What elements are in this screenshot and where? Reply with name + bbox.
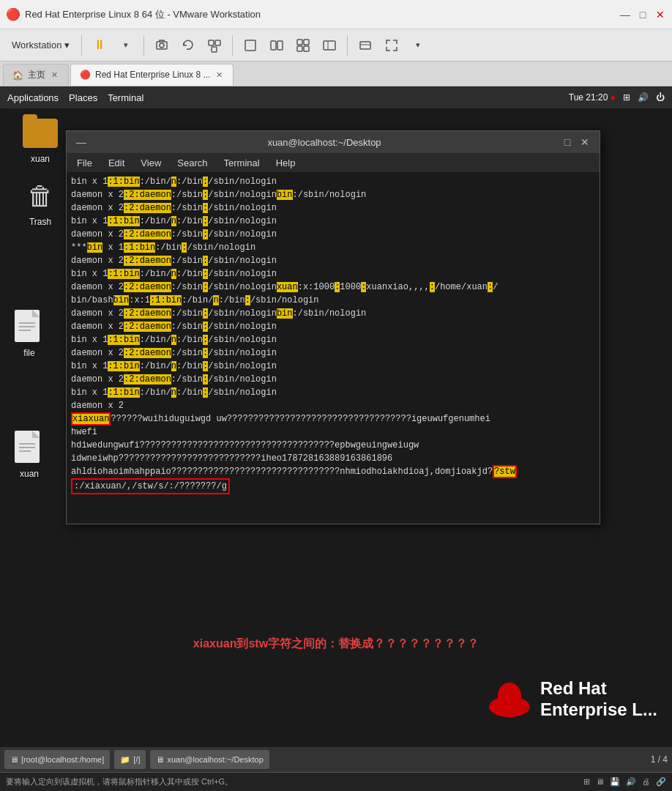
trash-label: Trash: [29, 217, 51, 227]
workstation-menu-button[interactable]: Workstation ▾: [6, 33, 75, 58]
toolbar-separator-4: [347, 35, 348, 56]
terminal-line-4: bin x 1:1:bin:/bin/n:/bin:/sbin/nologin: [71, 215, 595, 228]
fit-dropdown-button[interactable]: ▾: [406, 34, 430, 57]
redhat-logo-text: Red Hat Enterprise L...: [540, 678, 657, 721]
terminal-line-6: ***bin x 1:1:bin:/bin:/sbin/nologin: [71, 241, 595, 254]
terminal-menu-file[interactable]: File: [70, 156, 100, 170]
window-controls: — □ ✕: [619, 9, 666, 21]
terminal-close-button[interactable]: ✕: [576, 133, 594, 151]
gnome-applications-menu[interactable]: Applications: [7, 92, 59, 103]
terminal-line-16: daemon x 2:2:daemon:/sbin:/sbin/nologin: [71, 373, 595, 386]
terminal-line-hwefi: hwefi: [71, 426, 595, 439]
revert-button[interactable]: [176, 34, 200, 57]
svg-rect-7: [277, 41, 283, 50]
vmware-logo-icon: 🔴: [6, 7, 20, 21]
view-button-3[interactable]: [291, 34, 315, 57]
question-text: xiaxuan到stw字符之间的：替换成？？？？？？？？？: [0, 636, 672, 652]
home-tab-label: 主页: [28, 69, 45, 81]
desktop: xuan 🗑 Trash file xuan: [0, 108, 672, 747]
tab-rhel[interactable]: 🔴 Red Hat Enterprise Linux 8 ... ✕: [70, 64, 234, 86]
terminal-line-10: bin/bashbin:x:1:1:bin:/bin/n:/bin:/sbin/…: [71, 294, 595, 307]
taskbar-item-root[interactable]: 🖥 [root@localhost:/home]: [4, 750, 110, 769]
terminal-line-ahldio: ahldiohaoimhahppaio?????????????????????…: [71, 465, 595, 478]
fit-button[interactable]: [380, 34, 403, 57]
terminal-line-12: daemon x 2:2:daemon:/sbin:/sbin/nologin: [71, 320, 595, 333]
terminal-line-1: bin x 1:1:bin:/bin/n:/bin:/sbin/nologin: [71, 175, 595, 188]
file-top-label: file: [23, 348, 34, 358]
terminal-line-3: daemon x 2:2:daemon:/sbin:/sbin/nologin: [71, 201, 595, 215]
terminal-menu-terminal[interactable]: Terminal: [217, 156, 267, 170]
home-tab-close[interactable]: ✕: [50, 70, 59, 81]
taskbar-item-slash[interactable]: 📁 [/]: [114, 750, 146, 769]
terminal-line-5: daemon x 2:2:daemon:/sbin:/sbin/nologin: [71, 228, 595, 241]
gnome-bar: Applications Places Terminal Tue 21:20 ●…: [0, 86, 672, 108]
terminal-line-9: daemon x 2:2:daemon:/sbin:/sbin/nologinx…: [71, 281, 595, 294]
terminal-line-7: daemon x 2:2:daemon:/sbin:/sbin/nologin: [71, 254, 595, 267]
terminal-line-2: daemon x 2:2:daemon:/sbin:/sbin/nologinb…: [71, 188, 595, 201]
terminal-line-18: daemon x 2: [71, 399, 595, 412]
view-button-2[interactable]: [265, 34, 288, 57]
svg-rect-4: [212, 47, 217, 52]
minimize-button[interactable]: —: [619, 9, 631, 21]
desktop-file-icon-bottom[interactable]: xuan: [15, 431, 44, 479]
terminal-menu-view[interactable]: View: [133, 156, 168, 170]
tab-home[interactable]: 🏠 主页 ✕: [3, 64, 69, 86]
terminal-line-15: bin x 1:1:bin:/bin/n:/bin:/sbin/nologin: [71, 360, 595, 373]
send-ctrlaltdel-button[interactable]: [354, 34, 377, 57]
folder-icon: [23, 116, 58, 151]
terminal-menu-edit[interactable]: Edit: [101, 156, 132, 170]
sed-command-box: :/xiaxuan/,/stw/s/:/???????/g: [71, 478, 230, 494]
gnome-bar-left: Applications Places Terminal: [7, 92, 143, 103]
desktop-icon-trash[interactable]: 🗑 Trash: [15, 179, 66, 227]
status-bar: 要将输入定向到该虚拟机，请将鼠标指针移入其中或按 Ctrl+G。 ⊞ 🖥 💾 🔊…: [0, 772, 672, 791]
status-icon-5: 🖨: [642, 777, 650, 787]
terminal-line-14: daemon x 2:2:daemon:/sbin:/sbin/nologin: [71, 346, 595, 360]
taskbar-item-terminal[interactable]: 🖥 xuan@localhost:~/Desktop: [150, 750, 269, 769]
file-doc-svg-top: [15, 310, 44, 345]
xiaxuan-highlight: xiaxuan: [71, 412, 111, 426]
gnome-clock: Tue 21:20 ●: [569, 92, 616, 103]
stw-highlight: ?stw: [493, 465, 517, 478]
desktop-file-icon-top[interactable]: file: [15, 310, 44, 358]
svg-rect-6: [271, 41, 276, 50]
close-button[interactable]: ✕: [654, 9, 666, 21]
taskbar-terminal-icon: 🖥: [156, 755, 164, 764]
terminal-line-17: bin x 1:1:bin:/bin/n:/bin:/sbin/nologin: [71, 386, 595, 399]
network-icon: ⊞: [623, 92, 630, 103]
title-bar: 🔴 Red Hat Enterprise Linux 8 64 位 - VMwa…: [0, 0, 672, 29]
terminal-line-command: :/xiaxuan/,/stw/s/:/???????/g: [71, 478, 595, 494]
rhel-tab-close[interactable]: ✕: [214, 70, 224, 81]
pause-button[interactable]: ⏸: [88, 34, 111, 57]
vmware-toolbar: Workstation ▾ ⏸ ▾ ▾: [0, 29, 672, 62]
status-icons: ⊞ 🖥 💾 🔊 🖨 🔗: [583, 777, 666, 787]
terminal-minimize-button[interactable]: —: [72, 133, 90, 151]
redhat-logo: Red Hat Enterprise L...: [488, 674, 657, 725]
taskbar-terminal-label: xuan@localhost:~/Desktop: [167, 755, 263, 764]
desktop-icon-xuan[interactable]: xuan: [15, 116, 66, 164]
terminal-title-text: xuan@localhost:~/Desktop: [90, 137, 559, 148]
pause-dropdown-button[interactable]: ▾: [114, 34, 138, 57]
view-button-4[interactable]: [318, 34, 341, 57]
svg-point-1: [160, 43, 164, 48]
terminal-maximize-button[interactable]: □: [559, 133, 576, 151]
terminal-line-idwneiwhp: idwneiwhp???????????????????????????iheo…: [71, 452, 595, 465]
terminal-menu-help[interactable]: Help: [269, 156, 303, 170]
home-tab-icon: 🏠: [12, 70, 23, 81]
workstation-dropdown-icon: ▾: [64, 40, 70, 51]
view-button-1[interactable]: [239, 34, 262, 57]
trash-icon-img: 🗑: [23, 179, 58, 214]
maximize-button[interactable]: □: [637, 9, 649, 21]
toolbar-separator-3: [232, 35, 233, 56]
svg-rect-3: [215, 40, 220, 45]
rhel-tab-label: Red Hat Enterprise Linux 8 ...: [95, 70, 210, 80]
snapshot-mgr-button[interactable]: [203, 34, 226, 57]
toolbar-separator-1: [81, 35, 82, 56]
power-icon[interactable]: ⏻: [656, 92, 665, 103]
gnome-places-menu[interactable]: Places: [69, 92, 97, 103]
svg-rect-5: [245, 40, 255, 51]
redhat-logo-icon: [488, 674, 531, 725]
terminal-menu-search[interactable]: Search: [170, 156, 214, 170]
terminal-content[interactable]: bin x 1:1:bin:/bin/n:/bin:/sbin/nologin …: [67, 172, 600, 524]
gnome-terminal-menu[interactable]: Terminal: [108, 92, 143, 103]
snapshot-button[interactable]: [150, 34, 173, 57]
